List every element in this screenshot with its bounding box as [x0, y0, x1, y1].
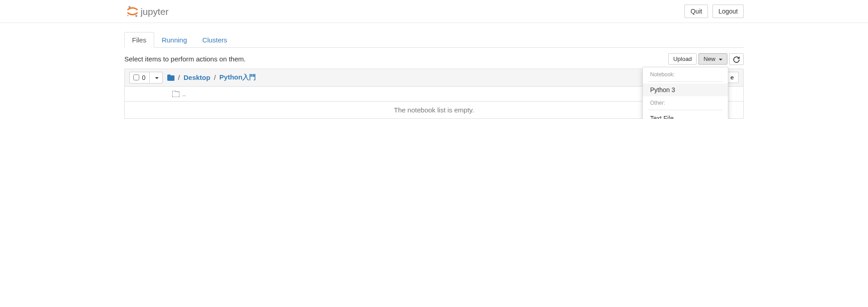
menu-item-text-file[interactable]: Text File [643, 112, 728, 119]
dropdown-header-notebook: Notebook: [643, 70, 728, 79]
parent-dir-link[interactable]: .. [182, 90, 186, 98]
logout-button[interactable]: Logout [712, 5, 744, 18]
quit-button[interactable]: Quit [684, 5, 708, 18]
divider [648, 81, 722, 82]
new-label: New [703, 56, 715, 62]
tab-files[interactable]: Files [124, 32, 154, 48]
refresh-icon [733, 56, 740, 62]
new-dropdown-menu: Notebook: Python 3 Other: Text File Fold… [642, 67, 728, 119]
tab-running[interactable]: Running [154, 32, 195, 48]
new-dropdown-button[interactable]: New [698, 53, 727, 65]
caret-down-icon [155, 77, 159, 79]
folder-icon [172, 90, 179, 98]
svg-point-2 [127, 15, 128, 16]
jupyter-logo[interactable]: jupyter [124, 2, 183, 20]
svg-text:jupyter: jupyter [140, 6, 169, 17]
breadcrumb-current[interactable]: Python入門 [219, 73, 256, 82]
refresh-button[interactable] [729, 53, 744, 65]
header: jupyter Quit Logout [0, 0, 868, 23]
caret-down-icon [719, 59, 722, 60]
menu-item-python3[interactable]: Python 3 [643, 84, 728, 96]
breadcrumb-separator: / [214, 74, 216, 81]
select-all-checkbox[interactable] [133, 74, 139, 80]
selected-count: 0 [142, 74, 146, 81]
folder-icon[interactable] [167, 74, 175, 81]
tabs: Files Running Clusters [124, 32, 744, 48]
upload-button[interactable]: Upload [668, 53, 697, 65]
breadcrumb: / Desktop / Python入門 [167, 73, 256, 82]
select-type-dropdown[interactable] [149, 72, 162, 83]
svg-point-1 [135, 15, 137, 17]
tab-clusters[interactable]: Clusters [195, 32, 235, 48]
breadcrumb-separator: / [178, 74, 180, 81]
dropdown-header-other: Other: [643, 98, 728, 108]
select-all-group: 0 [129, 72, 163, 84]
breadcrumb-desktop[interactable]: Desktop [184, 74, 210, 81]
divider [648, 110, 722, 110]
action-hint: Select items to perform actions on them. [124, 55, 245, 63]
